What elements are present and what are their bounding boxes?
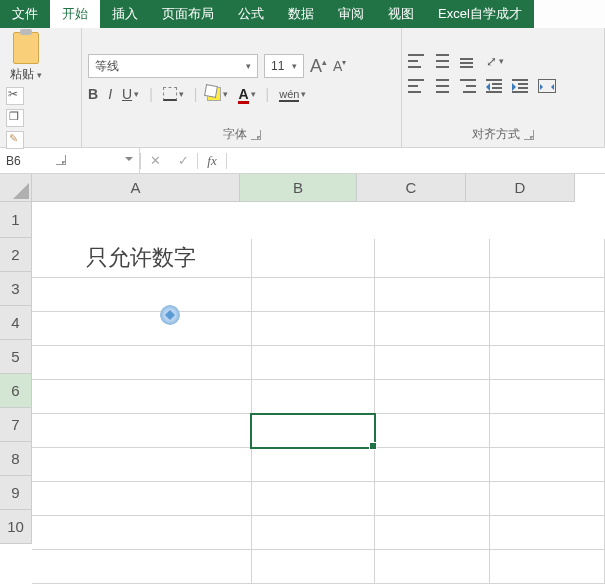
paste-button[interactable]: 粘贴 ▾	[10, 66, 42, 83]
row-header-10[interactable]: 10	[0, 510, 32, 544]
cell-B10[interactable]	[251, 550, 374, 584]
border-button[interactable]: ▾	[163, 87, 184, 101]
cell-A3[interactable]	[32, 312, 251, 346]
cancel-button[interactable]: ✕	[141, 153, 169, 168]
tab-formulas[interactable]: 公式	[226, 0, 276, 28]
tab-data[interactable]: 数据	[276, 0, 326, 28]
cell-A10[interactable]	[32, 550, 251, 584]
cell-A7[interactable]	[32, 448, 251, 482]
cell-D4[interactable]	[490, 346, 605, 380]
cells-area[interactable]: 只允许数字	[32, 239, 605, 584]
cell-B2[interactable]	[251, 278, 374, 312]
cell-B1[interactable]	[251, 239, 374, 278]
row-header-7[interactable]: 7	[0, 408, 32, 442]
cell-C8[interactable]	[375, 482, 490, 516]
cell-D7[interactable]	[490, 448, 605, 482]
font-color-button[interactable]: A▾	[238, 86, 255, 102]
align-left-icon[interactable]	[408, 79, 424, 93]
tab-home[interactable]: 开始	[50, 0, 100, 28]
tab-custom[interactable]: Excel自学成才	[426, 0, 534, 28]
cell-B7[interactable]	[251, 448, 374, 482]
cell-C2[interactable]	[375, 278, 490, 312]
row-header-2[interactable]: 2	[0, 238, 32, 272]
row-header-1[interactable]: 1	[0, 202, 32, 238]
cell-D6[interactable]	[490, 414, 605, 448]
format-painter-icon[interactable]	[6, 131, 24, 149]
italic-button[interactable]: I	[108, 86, 112, 102]
column-header-A[interactable]: A	[32, 174, 240, 202]
cell-C1[interactable]	[375, 239, 490, 278]
fill-color-button[interactable]: ▾	[207, 87, 228, 101]
font-name-dropdown[interactable]: 等线▾	[88, 54, 258, 78]
increase-font-icon[interactable]: A▴	[310, 56, 327, 77]
underline-button[interactable]: U▾	[122, 86, 139, 102]
enter-button[interactable]: ✓	[169, 153, 197, 168]
cell-A9[interactable]	[32, 516, 251, 550]
increase-indent-icon[interactable]	[512, 79, 528, 93]
decrease-indent-icon[interactable]	[486, 79, 502, 93]
cell-B5[interactable]	[251, 380, 374, 414]
cell-A5[interactable]	[32, 380, 251, 414]
row-header-8[interactable]: 8	[0, 442, 32, 476]
tab-view[interactable]: 视图	[376, 0, 426, 28]
clipboard-dialog-launcher[interactable]	[56, 155, 66, 165]
align-middle-icon[interactable]	[434, 54, 450, 68]
cell-B8[interactable]	[251, 482, 374, 516]
insert-function-button[interactable]: fx	[198, 153, 226, 169]
orientation-button[interactable]: ⤢▾	[486, 54, 504, 69]
cell-D9[interactable]	[490, 516, 605, 550]
cell-D10[interactable]	[490, 550, 605, 584]
bold-button[interactable]: B	[88, 86, 98, 102]
tab-review[interactable]: 审阅	[326, 0, 376, 28]
row-header-9[interactable]: 9	[0, 476, 32, 510]
row-header-4[interactable]: 4	[0, 306, 32, 340]
align-right-icon[interactable]	[460, 79, 476, 93]
cell-A8[interactable]	[32, 482, 251, 516]
cell-C5[interactable]	[375, 380, 490, 414]
cell-C4[interactable]	[375, 346, 490, 380]
cell-B4[interactable]	[251, 346, 374, 380]
column-header-B[interactable]: B	[240, 174, 357, 202]
column-header-D[interactable]: D	[466, 174, 575, 202]
cell-B9[interactable]	[251, 516, 374, 550]
cell-C9[interactable]	[375, 516, 490, 550]
row-header-5[interactable]: 5	[0, 340, 32, 374]
select-all-corner[interactable]	[0, 174, 32, 202]
namebox-dropdown-icon[interactable]	[125, 157, 133, 165]
cell-A4[interactable]	[32, 346, 251, 380]
cell-C7[interactable]	[375, 448, 490, 482]
paste-icon[interactable]	[13, 32, 39, 64]
row-header-3[interactable]: 3	[0, 272, 32, 306]
cell-A1[interactable]: 只允许数字	[32, 239, 251, 278]
phonetic-guide-button[interactable]: wén▾	[279, 88, 306, 100]
cell-D3[interactable]	[490, 312, 605, 346]
font-dialog-launcher[interactable]	[251, 130, 261, 140]
column-header-C[interactable]: C	[357, 174, 466, 202]
cell-C3[interactable]	[375, 312, 490, 346]
tab-insert[interactable]: 插入	[100, 0, 150, 28]
cell-D8[interactable]	[490, 482, 605, 516]
decrease-font-icon[interactable]: A▾	[333, 58, 346, 74]
formula-input[interactable]	[227, 149, 605, 173]
cell-C10[interactable]	[375, 550, 490, 584]
cell-C6[interactable]	[375, 414, 490, 448]
copy-icon[interactable]	[6, 109, 24, 127]
font-size-dropdown[interactable]: 11▾	[264, 54, 304, 78]
cell-A6[interactable]	[32, 414, 251, 448]
cell-D5[interactable]	[490, 380, 605, 414]
cell-B6[interactable]	[251, 414, 374, 448]
cell-A2[interactable]	[32, 278, 251, 312]
alignment-dialog-launcher[interactable]	[524, 130, 534, 140]
cell-D2[interactable]	[490, 278, 605, 312]
cut-icon[interactable]	[6, 87, 24, 105]
cell-D1[interactable]	[490, 239, 605, 278]
tab-file[interactable]: 文件	[0, 0, 50, 28]
align-bottom-icon[interactable]	[460, 54, 476, 68]
name-box[interactable]: B6	[0, 148, 140, 173]
align-center-icon[interactable]	[434, 79, 450, 93]
cell-B3[interactable]	[251, 312, 374, 346]
merge-cells-button[interactable]	[538, 79, 556, 93]
row-header-6[interactable]: 6	[0, 374, 32, 408]
align-top-icon[interactable]	[408, 54, 424, 68]
tab-pagelayout[interactable]: 页面布局	[150, 0, 226, 28]
